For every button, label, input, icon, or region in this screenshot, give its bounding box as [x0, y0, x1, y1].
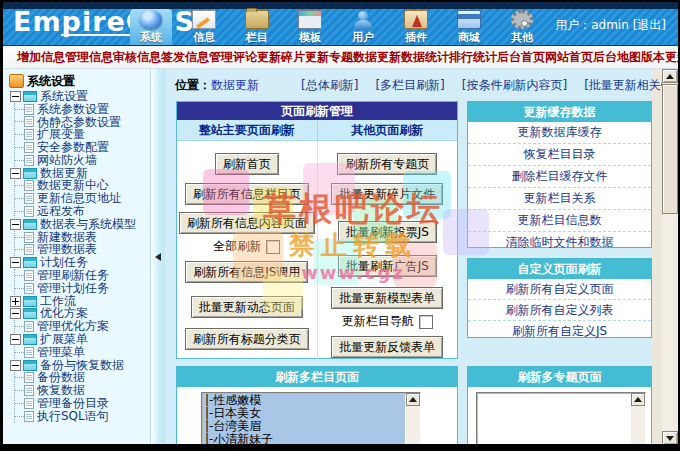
- listbox-scrollbar[interactable]: [631, 393, 645, 444]
- refresh-homepage-button[interactable]: 刷新首页: [215, 153, 279, 175]
- link-restore-column-dir[interactable]: 恢复栏目目录: [468, 144, 651, 166]
- nav-update-topics[interactable]: 更新专题: [305, 49, 353, 66]
- collapse-icon[interactable]: [10, 334, 21, 345]
- tab-label: 商城: [458, 30, 480, 45]
- tab-column[interactable]: 栏目: [236, 9, 278, 45]
- listbox-scrollbar[interactable]: [406, 393, 420, 444]
- page-icon: [24, 193, 34, 204]
- scroll-down-button[interactable]: [662, 431, 678, 444]
- folder-icon: [245, 10, 269, 29]
- collapse-icon[interactable]: [10, 308, 21, 319]
- scroll-up-button[interactable]: [631, 393, 645, 406]
- main-scrollbar[interactable]: [662, 69, 678, 444]
- scroll-up-button[interactable]: [406, 393, 420, 406]
- logout-link[interactable]: [退出]: [633, 18, 666, 32]
- refresh-all-content-pages-button[interactable]: 刷新所有信息内容页面: [179, 212, 315, 234]
- refresh-title-category-pages-button[interactable]: 刷新所有标题分类页: [185, 328, 309, 350]
- nav-sign-info[interactable]: 签发信息: [161, 49, 209, 66]
- sidebar-group-backup: 备份与恢复数据 备份数据 恢复数据 管理备份目录 执行SQL语句: [9, 359, 150, 423]
- nav-manage-info[interactable]: 管理信息: [65, 49, 113, 66]
- nav-ranking-stats[interactable]: 排行统计: [449, 49, 497, 66]
- collapse-sidebar-icon[interactable]: [155, 253, 161, 261]
- arrow-up-icon: [409, 397, 417, 402]
- tab-other[interactable]: 其他: [501, 9, 543, 45]
- update-nav-checkbox[interactable]: [419, 315, 433, 329]
- refresh-panel-tabs: 整站主要页面刷新 其他页面刷新: [177, 120, 457, 141]
- sidebar: 系统设置 系统设置 系统参数设置 伪静态参数设置 扩展变量 安全参数配置 网站防…: [3, 69, 150, 444]
- nav-version-update[interactable]: 版本更新: [641, 49, 678, 66]
- nav-update-fragments[interactable]: 更新碎片: [257, 49, 305, 66]
- page-icon: [24, 283, 34, 294]
- link-multi-column-refresh[interactable]: [多栏目刷新]: [375, 77, 444, 94]
- link-clear-temp-files[interactable]: 清除临时文件和数据: [468, 232, 651, 253]
- scroll-up-button[interactable]: [662, 69, 678, 83]
- tab-mall[interactable]: 商城: [448, 9, 490, 45]
- refresh-all-topic-pages-button[interactable]: 刷新所有专题页: [337, 153, 437, 175]
- sidebar-item[interactable]: 执行SQL语句: [15, 410, 150, 423]
- window-icon: [298, 10, 322, 29]
- tab-system[interactable]: 系统: [130, 9, 172, 45]
- nav-site-home[interactable]: 网站首页: [545, 49, 593, 66]
- batch-update-fragment-files-button[interactable]: 批量更新碎片文件: [331, 183, 443, 205]
- tab-label: 插件: [405, 30, 427, 45]
- link-update-column-relation[interactable]: 更新栏目关系: [468, 188, 651, 210]
- tab-user[interactable]: 用户: [342, 9, 384, 45]
- panel-title: 页面刷新管理: [177, 102, 457, 120]
- arrow-up-icon: [634, 397, 642, 402]
- page-icon: [24, 372, 34, 383]
- arrow-down-icon: [666, 436, 674, 441]
- collapse-icon[interactable]: [10, 91, 21, 102]
- panel-title: 刷新多专题页面: [468, 367, 651, 387]
- link-refresh-custom-lists[interactable]: 刷新所有自定义列表: [468, 300, 651, 321]
- link-refresh-custom-pages[interactable]: 刷新所有自定义页面: [468, 279, 651, 300]
- collapse-icon[interactable]: [10, 168, 21, 179]
- refresh-panel-body: 刷新首页 刷新所有信息栏目页 刷新所有信息内容页面 全部刷新 刷新所有信息JS调…: [177, 141, 457, 360]
- gear-icon: [511, 10, 533, 29]
- batch-refresh-ad-js-button[interactable]: 批量刷新广告JS: [338, 255, 437, 277]
- batch-update-feedback-forms-button[interactable]: 批量更新反馈表单: [331, 336, 443, 358]
- page-icon: [24, 116, 34, 127]
- refresh-all-checkbox[interactable]: [266, 240, 280, 254]
- multi-topic-listbox[interactable]: [476, 392, 646, 444]
- link-delete-column-cache[interactable]: 删除栏目缓存文件: [468, 166, 651, 188]
- sidebar-item[interactable]: 管理计划任务: [15, 282, 150, 295]
- nav-data-stats[interactable]: 数据统计: [401, 49, 449, 66]
- refresh-all-column-pages-button[interactable]: 刷新所有信息栏目页: [185, 183, 309, 205]
- page-icon: [24, 155, 34, 166]
- nav-add-info[interactable]: 增加信息: [17, 49, 65, 66]
- user-label: 用户：: [555, 18, 591, 32]
- batch-update-dynamic-pages-button[interactable]: 批量更新动态页面: [191, 296, 303, 318]
- nav-manage-comments[interactable]: 管理评论: [209, 49, 257, 66]
- expand-icon[interactable]: [10, 296, 21, 307]
- tab-plugin[interactable]: 插件: [395, 9, 437, 45]
- nav-data-update[interactable]: 数据更新: [353, 49, 401, 66]
- position-link[interactable]: 数据更新: [211, 77, 259, 94]
- navbar: 增加信息 管理信息 审核信息 签发信息 管理评论 更新碎片 更新专题 数据更新 …: [3, 46, 678, 69]
- nav-admin-map[interactable]: 后台地图: [593, 49, 641, 66]
- collapse-icon[interactable]: [10, 360, 21, 371]
- header: EmpireCMS 系统 信息 栏目 模板 用户: [3, 2, 678, 46]
- link-conditional-refresh[interactable]: [按条件刷新内容页]: [462, 77, 567, 94]
- scrollbar-thumb[interactable]: [662, 84, 678, 214]
- link-overall-refresh[interactable]: [总体刷新]: [301, 77, 358, 94]
- multi-column-listbox[interactable]: |-性感嫩模 |-日本美女 |-台湾美眉 |-小清新妹子 |-自拍: [201, 392, 421, 444]
- tab-template[interactable]: 模板: [289, 9, 331, 45]
- link-update-column-info-count[interactable]: 更新栏目信息数: [468, 210, 651, 232]
- tab-info[interactable]: 信息: [183, 9, 225, 45]
- link-refresh-custom-js[interactable]: 刷新所有自定义JS: [468, 321, 651, 341]
- sidebar-splitter[interactable]: [150, 69, 165, 444]
- nav-audit-info[interactable]: 审核信息: [113, 49, 161, 66]
- tab-label: 系统: [140, 30, 162, 45]
- folder-icon: [23, 334, 37, 345]
- page-icon: [24, 104, 34, 115]
- nav-admin-home[interactable]: 后台首页: [497, 49, 545, 66]
- page-icon: [24, 347, 34, 358]
- folder-icon: [23, 91, 37, 102]
- collapse-icon[interactable]: [10, 219, 21, 230]
- listbox-item[interactable]: |-小清新妹子: [203, 433, 405, 444]
- refresh-all-info-js-button[interactable]: 刷新所有信息JS调用: [185, 261, 308, 283]
- batch-refresh-vote-js-button[interactable]: 批量刷新投票JS: [338, 221, 437, 243]
- collapse-icon[interactable]: [10, 257, 21, 268]
- batch-update-model-forms-button[interactable]: 批量更新模型表单: [331, 287, 443, 309]
- link-update-db-cache[interactable]: 更新数据库缓存: [468, 122, 651, 144]
